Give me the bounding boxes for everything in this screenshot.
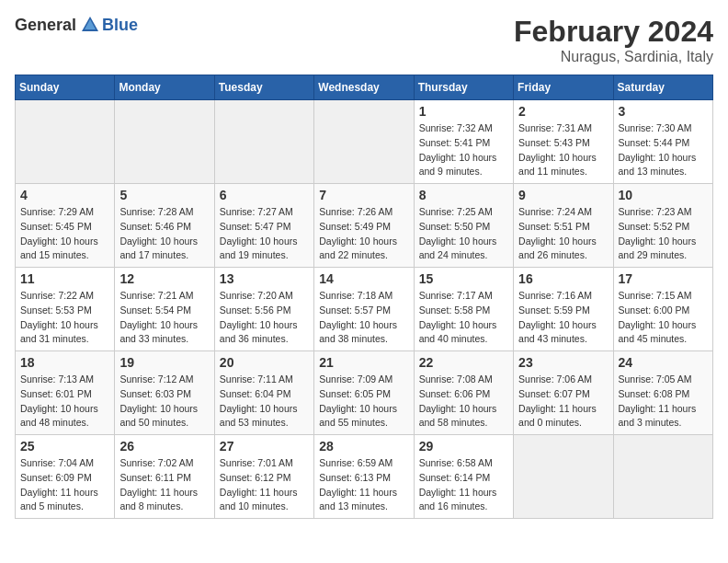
day-header-monday: Monday bbox=[115, 75, 214, 100]
logo-icon bbox=[80, 15, 100, 35]
day-header-saturday: Saturday bbox=[613, 75, 712, 100]
cell-date-number: 17 bbox=[619, 271, 708, 286]
cell-date-number: 21 bbox=[319, 355, 408, 370]
cell-date-number: 7 bbox=[319, 188, 408, 202]
calendar-cell: 14Sunrise: 7:18 AM Sunset: 5:57 PM Dayli… bbox=[314, 268, 414, 351]
cell-info: Sunrise: 7:31 AM Sunset: 5:43 PM Dayligh… bbox=[518, 121, 608, 179]
logo: General Blue bbox=[15, 15, 138, 35]
calendar-cell: 9Sunrise: 7:24 AM Sunset: 5:51 PM Daylig… bbox=[514, 184, 613, 268]
calendar-cell: 5Sunrise: 7:28 AM Sunset: 5:46 PM Daylig… bbox=[115, 184, 214, 268]
day-header-thursday: Thursday bbox=[414, 75, 513, 100]
cell-date-number: 20 bbox=[220, 355, 309, 370]
cell-date-number: 13 bbox=[220, 271, 309, 286]
calendar-week-row: 11Sunrise: 7:22 AM Sunset: 5:53 PM Dayli… bbox=[16, 268, 713, 351]
calendar-cell: 21Sunrise: 7:09 AM Sunset: 6:05 PM Dayli… bbox=[314, 351, 414, 435]
calendar-cell: 27Sunrise: 7:01 AM Sunset: 6:12 PM Dayli… bbox=[214, 435, 313, 519]
calendar-cell: 23Sunrise: 7:06 AM Sunset: 6:07 PM Dayli… bbox=[514, 351, 613, 435]
cell-date-number: 5 bbox=[119, 188, 209, 202]
cell-date-number: 15 bbox=[419, 271, 508, 286]
cell-info: Sunrise: 7:29 AM Sunset: 5:45 PM Dayligh… bbox=[20, 205, 109, 263]
cell-date-number: 3 bbox=[619, 104, 708, 119]
calendar-cell: 12Sunrise: 7:21 AM Sunset: 5:54 PM Dayli… bbox=[115, 268, 214, 351]
calendar-cell bbox=[613, 435, 712, 519]
calendar-cell: 2Sunrise: 7:31 AM Sunset: 5:43 PM Daylig… bbox=[514, 100, 613, 184]
cell-date-number: 18 bbox=[20, 355, 109, 370]
calendar-cell: 22Sunrise: 7:08 AM Sunset: 6:06 PM Dayli… bbox=[414, 351, 513, 435]
cell-info: Sunrise: 7:16 AM Sunset: 5:59 PM Dayligh… bbox=[518, 289, 608, 347]
cell-date-number: 9 bbox=[518, 188, 608, 202]
calendar-week-row: 4Sunrise: 7:29 AM Sunset: 5:45 PM Daylig… bbox=[16, 184, 713, 268]
cell-info: Sunrise: 6:58 AM Sunset: 6:14 PM Dayligh… bbox=[419, 456, 508, 514]
cell-info: Sunrise: 7:23 AM Sunset: 5:52 PM Dayligh… bbox=[619, 205, 708, 263]
cell-date-number: 2 bbox=[518, 104, 608, 119]
calendar-cell: 6Sunrise: 7:27 AM Sunset: 5:47 PM Daylig… bbox=[214, 184, 313, 268]
cell-info: Sunrise: 7:08 AM Sunset: 6:06 PM Dayligh… bbox=[419, 373, 508, 431]
cell-info: Sunrise: 7:17 AM Sunset: 5:58 PM Dayligh… bbox=[419, 289, 508, 347]
main-title: February 2024 bbox=[514, 15, 713, 49]
cell-info: Sunrise: 7:01 AM Sunset: 6:12 PM Dayligh… bbox=[220, 456, 309, 514]
calendar-week-row: 1Sunrise: 7:32 AM Sunset: 5:41 PM Daylig… bbox=[16, 100, 713, 184]
day-header-tuesday: Tuesday bbox=[214, 75, 313, 100]
cell-date-number: 8 bbox=[419, 188, 508, 202]
day-header-wednesday: Wednesday bbox=[314, 75, 414, 100]
cell-date-number: 25 bbox=[20, 439, 109, 454]
calendar-cell: 4Sunrise: 7:29 AM Sunset: 5:45 PM Daylig… bbox=[16, 184, 115, 268]
day-header-friday: Friday bbox=[514, 75, 613, 100]
cell-info: Sunrise: 7:27 AM Sunset: 5:47 PM Dayligh… bbox=[220, 205, 309, 263]
cell-info: Sunrise: 7:25 AM Sunset: 5:50 PM Dayligh… bbox=[419, 205, 508, 263]
calendar-cell: 20Sunrise: 7:11 AM Sunset: 6:04 PM Dayli… bbox=[214, 351, 313, 435]
calendar-cell: 3Sunrise: 7:30 AM Sunset: 5:44 PM Daylig… bbox=[613, 100, 712, 184]
logo-text-blue: Blue bbox=[102, 16, 138, 35]
cell-date-number: 28 bbox=[319, 439, 408, 454]
logo-text-general: General bbox=[15, 16, 76, 35]
title-block: February 2024 Nuragus, Sardinia, Italy bbox=[514, 15, 713, 65]
cell-info: Sunrise: 7:24 AM Sunset: 5:51 PM Dayligh… bbox=[518, 205, 608, 263]
cell-date-number: 16 bbox=[518, 271, 608, 286]
cell-info: Sunrise: 7:32 AM Sunset: 5:41 PM Dayligh… bbox=[419, 121, 508, 179]
cell-info: Sunrise: 7:02 AM Sunset: 6:11 PM Dayligh… bbox=[119, 456, 209, 514]
calendar-cell: 29Sunrise: 6:58 AM Sunset: 6:14 PM Dayli… bbox=[414, 435, 513, 519]
cell-date-number: 29 bbox=[419, 439, 508, 454]
cell-date-number: 14 bbox=[319, 271, 408, 286]
cell-date-number: 4 bbox=[20, 188, 109, 202]
calendar-cell: 1Sunrise: 7:32 AM Sunset: 5:41 PM Daylig… bbox=[414, 100, 513, 184]
cell-date-number: 26 bbox=[119, 439, 209, 454]
cell-info: Sunrise: 7:12 AM Sunset: 6:03 PM Dayligh… bbox=[119, 373, 209, 431]
cell-info: Sunrise: 7:11 AM Sunset: 6:04 PM Dayligh… bbox=[220, 373, 309, 431]
calendar-cell bbox=[514, 435, 613, 519]
cell-info: Sunrise: 7:30 AM Sunset: 5:44 PM Dayligh… bbox=[619, 121, 708, 179]
calendar-week-row: 25Sunrise: 7:04 AM Sunset: 6:09 PM Dayli… bbox=[16, 435, 713, 519]
calendar-cell: 8Sunrise: 7:25 AM Sunset: 5:50 PM Daylig… bbox=[414, 184, 513, 268]
cell-info: Sunrise: 7:09 AM Sunset: 6:05 PM Dayligh… bbox=[319, 373, 408, 431]
cell-date-number: 6 bbox=[220, 188, 309, 202]
cell-date-number: 1 bbox=[419, 104, 508, 119]
cell-date-number: 24 bbox=[619, 355, 708, 370]
cell-date-number: 11 bbox=[20, 271, 109, 286]
cell-date-number: 10 bbox=[619, 188, 708, 202]
calendar-cell: 28Sunrise: 6:59 AM Sunset: 6:13 PM Dayli… bbox=[314, 435, 414, 519]
cell-date-number: 19 bbox=[119, 355, 209, 370]
calendar-cell bbox=[214, 100, 313, 184]
cell-info: Sunrise: 7:21 AM Sunset: 5:54 PM Dayligh… bbox=[119, 289, 209, 347]
cell-info: Sunrise: 7:26 AM Sunset: 5:49 PM Dayligh… bbox=[319, 205, 408, 263]
cell-date-number: 22 bbox=[419, 355, 508, 370]
cell-date-number: 12 bbox=[119, 271, 209, 286]
cell-info: Sunrise: 7:05 AM Sunset: 6:08 PM Dayligh… bbox=[619, 373, 708, 431]
calendar-cell: 15Sunrise: 7:17 AM Sunset: 5:58 PM Dayli… bbox=[414, 268, 513, 351]
calendar-cell: 16Sunrise: 7:16 AM Sunset: 5:59 PM Dayli… bbox=[514, 268, 613, 351]
calendar-cell: 19Sunrise: 7:12 AM Sunset: 6:03 PM Dayli… bbox=[115, 351, 214, 435]
cell-info: Sunrise: 7:20 AM Sunset: 5:56 PM Dayligh… bbox=[220, 289, 309, 347]
cell-date-number: 27 bbox=[220, 439, 309, 454]
calendar-week-row: 18Sunrise: 7:13 AM Sunset: 6:01 PM Dayli… bbox=[16, 351, 713, 435]
calendar-cell: 7Sunrise: 7:26 AM Sunset: 5:49 PM Daylig… bbox=[314, 184, 414, 268]
calendar-cell bbox=[115, 100, 214, 184]
cell-date-number: 23 bbox=[518, 355, 608, 370]
calendar-cell bbox=[314, 100, 414, 184]
cell-info: Sunrise: 7:18 AM Sunset: 5:57 PM Dayligh… bbox=[319, 289, 408, 347]
cell-info: Sunrise: 7:28 AM Sunset: 5:46 PM Dayligh… bbox=[119, 205, 209, 263]
calendar-table: SundayMondayTuesdayWednesdayThursdayFrid… bbox=[15, 75, 713, 519]
cell-info: Sunrise: 7:13 AM Sunset: 6:01 PM Dayligh… bbox=[20, 373, 109, 431]
page-header: General Blue February 2024 Nuragus, Sard… bbox=[15, 15, 713, 65]
cell-info: Sunrise: 7:04 AM Sunset: 6:09 PM Dayligh… bbox=[20, 456, 109, 514]
calendar-header-row: SundayMondayTuesdayWednesdayThursdayFrid… bbox=[16, 75, 713, 100]
